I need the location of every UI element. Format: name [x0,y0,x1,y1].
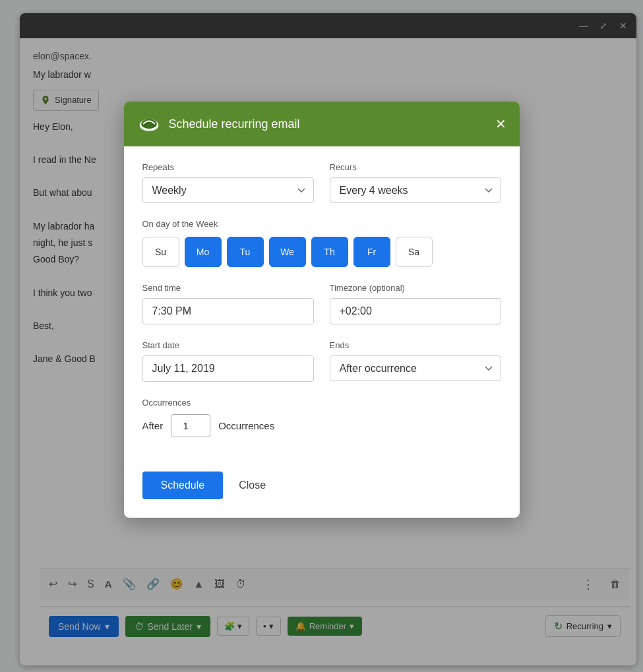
close-modal-button[interactable]: Close [233,472,271,499]
day-button-sa[interactable]: Sa [396,237,433,267]
send-time-label: Send time [142,283,314,293]
modal-overlay: Schedule recurring email ✕ Repeats Daily… [0,0,643,672]
days-of-week-label: On day of the Week [142,219,501,229]
repeats-label: Repeats [142,162,314,172]
schedule-button[interactable]: Schedule [142,472,224,499]
day-button-fr[interactable]: Fr [353,237,390,267]
send-time-input[interactable] [142,298,314,324]
ends-select[interactable]: Never After occurrence On date [330,355,501,381]
day-button-we[interactable]: We [269,237,306,267]
modal-close-button[interactable]: ✕ [495,117,506,131]
after-text: After [142,420,164,431]
days-of-week-section: On day of the Week Su Mo Tu We Th Fr Sa [142,219,501,267]
day-button-mo[interactable]: Mo [185,237,222,267]
day-button-tu[interactable]: Tu [227,237,264,267]
day-button-th[interactable]: Th [311,237,348,267]
send-time-group: Send time [142,283,314,324]
timezone-label: Timezone (optional) [330,283,501,293]
occurrences-label: Occurrences [142,398,501,408]
start-ends-row: Start date Ends Never After occurrence O… [142,340,501,382]
modal-title: Schedule recurring email [169,117,487,131]
occurrences-section: Occurrences After Occurrences [142,398,501,437]
start-date-group: Start date [142,340,314,382]
modal-body: Repeats Daily Weekly Monthly Yearly Recu… [124,146,520,458]
repeats-recurs-row: Repeats Daily Weekly Monthly Yearly Recu… [142,162,501,203]
occurrences-row: After Occurrences [142,414,501,437]
modal-header: Schedule recurring email ✕ [124,102,520,146]
repeats-select[interactable]: Daily Weekly Monthly Yearly [142,177,314,203]
recurs-label: Recurs [330,162,501,172]
occurrences-input[interactable] [171,414,210,437]
ends-group: Ends Never After occurrence On date [330,340,501,382]
timezone-input[interactable] [330,298,501,324]
recurs-select[interactable]: Every week Every 2 weeks Every 3 weeks E… [330,177,501,203]
start-date-input[interactable] [142,355,314,382]
modal-footer: Schedule Close [124,458,520,518]
ends-label: Ends [330,340,501,350]
time-timezone-row: Send time Timezone (optional) [142,283,501,324]
occurrences-suffix: Occurrences [218,420,274,431]
day-button-su[interactable]: Su [142,237,179,267]
timezone-group: Timezone (optional) [330,283,501,324]
repeats-group: Repeats Daily Weekly Monthly Yearly [142,162,314,203]
schedule-recurring-modal: Schedule recurring email ✕ Repeats Daily… [124,102,520,518]
days-row: Su Mo Tu We Th Fr Sa [142,237,501,267]
app-logo [137,112,161,136]
start-date-label: Start date [142,340,314,350]
recurs-group: Recurs Every week Every 2 weeks Every 3 … [330,162,501,203]
